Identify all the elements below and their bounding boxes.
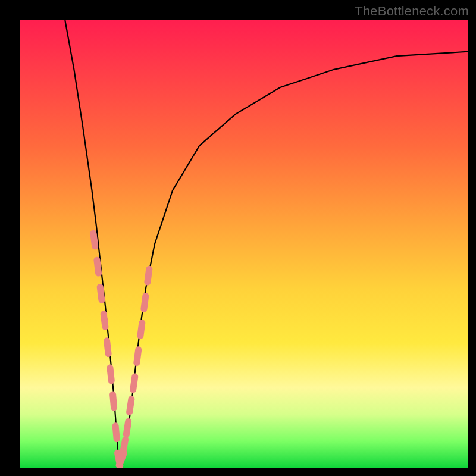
marker-pill: [110, 368, 111, 381]
marker-pill: [104, 314, 105, 327]
marker-pill: [97, 260, 99, 273]
plot-area: [20, 20, 468, 468]
marker-pill: [148, 269, 149, 282]
marker-pill: [100, 287, 102, 300]
marker-pill: [133, 377, 135, 390]
marker-pill: [113, 394, 114, 408]
marker-pill: [107, 341, 109, 354]
watermark-text: TheBottleneck.com: [355, 4, 469, 19]
marker-pill: [137, 350, 139, 363]
curve-path: [65, 20, 468, 464]
chart-frame: TheBottleneck.com: [0, 0, 476, 476]
marker-pill: [140, 323, 142, 336]
marker-pill: [130, 399, 131, 412]
marker-pill: [144, 296, 146, 309]
marker-group: [93, 233, 149, 466]
marker-pill: [123, 440, 126, 453]
bottleneck-curve: [20, 20, 468, 468]
marker-pill: [126, 421, 128, 434]
marker-pill: [118, 453, 120, 466]
marker-pill: [119, 453, 124, 466]
marker-pill: [93, 233, 95, 246]
marker-pill: [115, 426, 117, 439]
